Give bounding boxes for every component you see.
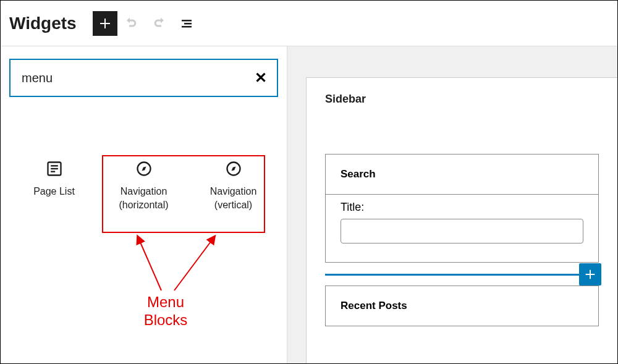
block-page-list[interactable]: Page List <box>9 153 99 219</box>
block-inserter-panel: ✕ Page List Navigation (horizontal) <box>1 46 287 363</box>
svg-line-10 <box>174 237 214 290</box>
annotation-arrow-right <box>171 232 227 294</box>
close-icon: ✕ <box>255 69 267 87</box>
search-input[interactable] <box>9 59 278 97</box>
compass-icon <box>135 160 153 177</box>
list-view-icon <box>179 16 194 31</box>
undo-icon <box>125 16 140 31</box>
undo-button[interactable] <box>121 12 143 35</box>
svg-rect-4 <box>51 165 58 166</box>
insert-line <box>325 274 599 276</box>
page-list-icon <box>46 160 63 177</box>
preview-panel: Sidebar Search Title: Recent Posts <box>287 46 617 363</box>
compass-icon <box>225 160 242 177</box>
toolbar: Widgets <box>1 1 617 46</box>
annotation-label: Menu Blocks <box>138 294 193 329</box>
title-label: Title: <box>341 201 583 214</box>
block-label: Navigation (vertical) <box>192 185 274 211</box>
widget-title-input[interactable] <box>341 219 583 243</box>
clear-search-button[interactable]: ✕ <box>250 67 272 89</box>
plus-icon <box>583 268 597 281</box>
svg-rect-5 <box>51 168 58 169</box>
search-wrap: ✕ <box>9 59 278 97</box>
redo-button[interactable] <box>147 12 169 35</box>
blocks-grid: Page List Navigation (horizontal) Naviga… <box>7 153 281 219</box>
main: ✕ Page List Navigation (horizontal) <box>1 46 617 363</box>
widget-header: Recent Posts <box>326 286 598 326</box>
block-label: Navigation (horizontal) <box>103 185 185 211</box>
page-title: Widgets <box>9 14 77 33</box>
widget-header: Search <box>326 154 598 194</box>
svg-rect-2 <box>182 26 192 28</box>
insert-block-button[interactable] <box>579 263 601 286</box>
svg-rect-1 <box>184 23 192 25</box>
block-navigation-vertical[interactable]: Navigation (vertical) <box>188 153 278 219</box>
svg-rect-6 <box>51 171 55 172</box>
svg-line-9 <box>138 237 161 290</box>
annotation-arrow-left <box>130 232 174 294</box>
sidebar-area: Sidebar Search Title: Recent Posts <box>306 77 617 364</box>
redo-icon <box>151 16 166 31</box>
sidebar-title: Sidebar <box>325 93 599 106</box>
widget-search[interactable]: Search Title: <box>325 154 599 263</box>
svg-rect-0 <box>182 20 192 22</box>
toolbar-controls <box>93 11 198 36</box>
widget-body: Title: <box>326 194 598 262</box>
plus-icon <box>98 16 112 31</box>
block-navigation-horizontal[interactable]: Navigation (horizontal) <box>99 153 188 219</box>
widget-recent-posts[interactable]: Recent Posts <box>325 286 599 326</box>
list-view-button[interactable] <box>176 12 198 35</box>
add-block-button[interactable] <box>93 11 117 36</box>
block-label: Page List <box>33 185 75 198</box>
